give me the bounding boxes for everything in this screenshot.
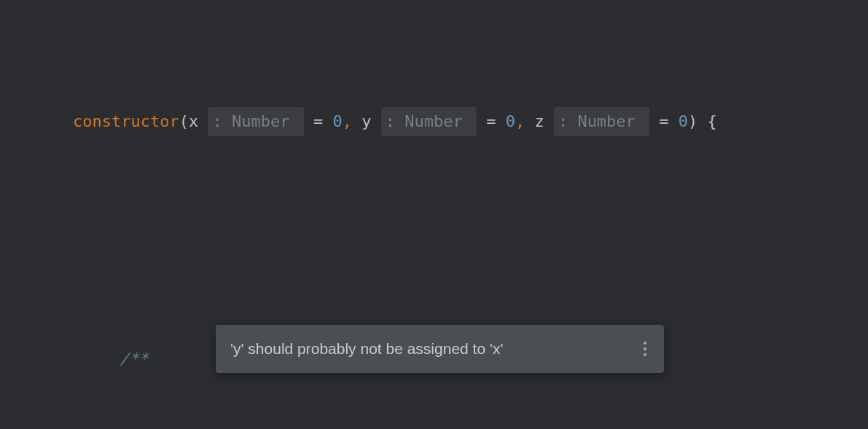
default-value: 0 <box>679 107 688 136</box>
blank-line[interactable] <box>0 224 868 256</box>
code-editor[interactable]: constructor(x : Number = 0, y : Number =… <box>0 19 868 429</box>
tooltip-message: 'y' should probably not be assigned to '… <box>230 335 503 363</box>
brace-open: { <box>697 107 717 136</box>
comma: , <box>515 107 535 136</box>
code-line[interactable]: constructor(x : Number = 0, y : Number =… <box>0 106 868 138</box>
param-x: x <box>189 107 198 136</box>
type-hint: : Number <box>208 107 303 136</box>
jsdoc-open: /** <box>120 345 149 374</box>
paren-open: ( <box>179 107 189 136</box>
default-value: 0 <box>332 107 342 136</box>
inspection-tooltip[interactable]: 'y' should probably not be assigned to '… <box>216 325 664 373</box>
type-hint: : Number <box>554 107 649 136</box>
param-z: z <box>534 107 544 136</box>
default-value: 0 <box>506 107 515 136</box>
paren-close: ) <box>688 107 697 136</box>
comma: , <box>343 107 362 136</box>
equals: = <box>659 107 679 136</box>
equals: = <box>486 107 506 136</box>
more-actions-icon[interactable] <box>641 339 649 359</box>
type-hint: : Number <box>381 107 477 136</box>
keyword-constructor: constructor <box>73 107 179 136</box>
equals: = <box>313 107 333 136</box>
param-y: y <box>361 107 371 136</box>
